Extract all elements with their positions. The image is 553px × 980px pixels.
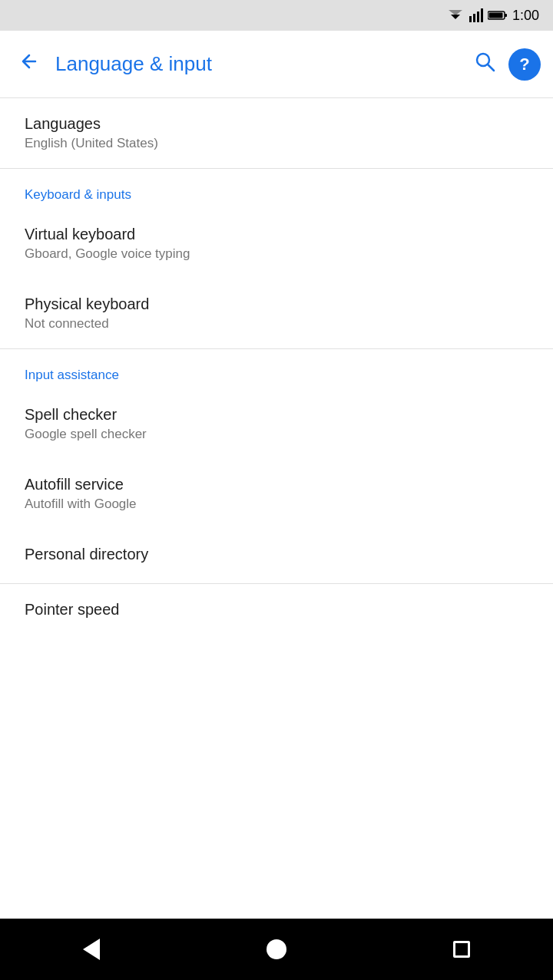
virtual-keyboard-subtitle: Gboard, Google voice typing [25,246,528,262]
svg-rect-8 [488,13,502,18]
status-bar: 1:00 [0,0,553,31]
languages-title: Languages [25,115,528,133]
languages-item[interactable]: Languages English (United States) [0,98,553,168]
app-bar-actions: ? [473,48,541,81]
spell-checker-subtitle: Google spell checker [25,427,528,442]
autofill-service-item[interactable]: Autofill service Autofill with Google [0,459,553,529]
virtual-keyboard-item[interactable]: Virtual keyboard Gboard, Google voice ty… [0,209,553,279]
home-nav-icon [267,939,286,959]
physical-keyboard-title: Physical keyboard [25,295,528,313]
pointer-speed-item[interactable]: Pointer speed [0,584,553,638]
virtual-keyboard-title: Virtual keyboard [25,226,528,243]
signal-icon [469,8,483,22]
svg-rect-5 [481,8,483,22]
wifi-icon [446,8,465,22]
nav-recents-button[interactable] [447,935,476,964]
help-icon-label: ? [519,54,529,74]
back-button[interactable] [12,44,46,84]
status-icons: 1:00 [446,8,539,24]
back-nav-icon [83,939,100,960]
svg-rect-3 [473,14,475,22]
svg-line-10 [488,64,494,71]
help-button[interactable]: ? [508,48,541,81]
languages-subtitle: English (United States) [25,136,528,151]
autofill-service-title: Autofill service [25,476,528,493]
spell-checker-title: Spell checker [25,406,528,424]
pointer-speed-title: Pointer speed [25,601,528,619]
app-bar: Language & input ? [0,31,553,98]
spell-checker-item[interactable]: Spell checker Google spell checker [0,389,553,459]
physical-keyboard-item[interactable]: Physical keyboard Not connected [0,279,553,348]
input-assistance-section-header: Input assistance [0,349,553,389]
main-content: Languages English (United States) Keyboa… [0,98,553,919]
nav-home-button[interactable] [260,933,293,965]
autofill-service-subtitle: Autofill with Google [25,497,528,512]
physical-keyboard-subtitle: Not connected [25,316,528,332]
page-title: Language & input [55,52,464,76]
search-button[interactable] [473,50,496,78]
battery-icon [488,10,508,21]
navigation-bar [0,919,553,980]
personal-directory-title: Personal directory [25,546,528,563]
svg-marker-1 [449,10,462,15]
keyboard-section-header: Keyboard & inputs [0,169,553,209]
recents-nav-icon [453,941,470,958]
status-time: 1:00 [512,8,539,24]
nav-back-button[interactable] [77,932,106,966]
svg-rect-7 [505,14,507,17]
personal-directory-item[interactable]: Personal directory [0,529,553,583]
svg-rect-2 [469,16,472,22]
svg-rect-4 [477,12,479,22]
